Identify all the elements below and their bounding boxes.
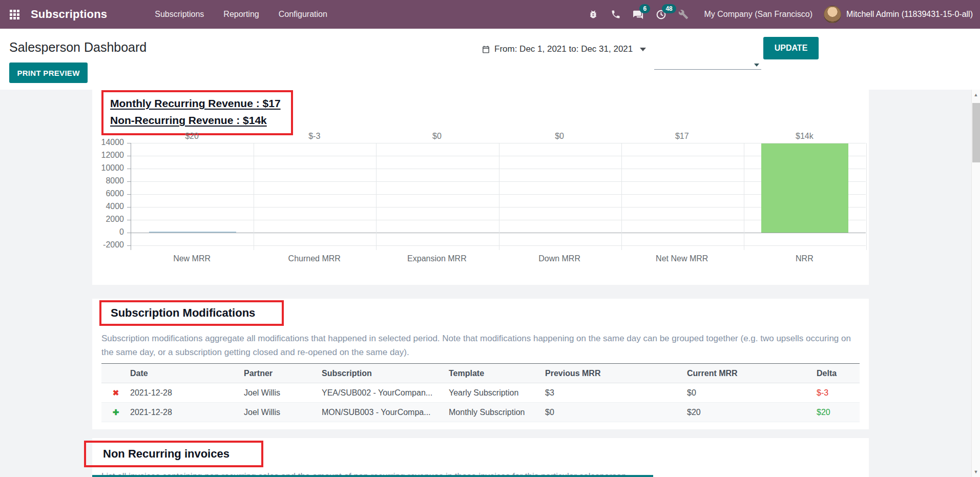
mrr-chart-card: Monthly Recurring Revenue : $17 Non-Recu… [92,90,869,285]
col-header-icon [101,364,130,383]
page-title: Salesperson Dashboard [9,40,147,55]
column-divider [866,143,867,250]
bar-nrr[interactable] [761,143,848,233]
user-menu[interactable]: Mitchell Admin (11839431-15-0-all) [846,10,973,19]
subscription-modifications-description: Subscription modifications aggregate all… [101,331,857,359]
scroll-up-arrow-icon[interactable]: ▲ [972,92,980,97]
y-axis-tickmark [127,194,131,195]
cell-subscription: YEA/SUB002 - YourCompan... [322,383,449,403]
x-axis-label: New MRR [131,254,253,263]
top-navbar: Subscriptions SubscriptionsReportingConf… [0,0,980,29]
y-axis-tickmark [127,181,131,182]
bar-new-mrr[interactable] [149,232,236,233]
bar-value-label: $20 [131,132,253,141]
cell-subscription: MON/SUB003 - YourCompa... [322,403,449,422]
cell-date: 2021-12-28 [130,403,244,422]
cell-icon: ✖ [101,383,130,403]
x-axis-label: Expansion MRR [376,254,498,263]
cell-current_mrr: $20 [687,403,817,422]
column-divider [744,143,744,250]
app-brand[interactable]: Subscriptions [31,8,107,21]
col-header-previous-mrr: Previous MRR [545,364,687,383]
table-row: ✖2021-12-28Joel WillisYEA/SUB002 - YourC… [101,383,860,403]
activities-clock-icon[interactable]: 48 [650,0,672,29]
vertical-scrollbar[interactable]: ▲ ▼ [971,90,980,477]
navbar-menu-configuration[interactable]: Configuration [269,0,337,29]
tools-icon[interactable] [672,0,695,29]
bar-value-label: $0 [498,132,621,141]
col-header-partner: Partner [244,364,322,383]
navbar-systray: 6 48 My Company (San Francisco) Mitchell… [582,0,980,29]
dashboard-content: Monthly Recurring Revenue : $17 Non-Recu… [0,90,971,477]
cell-template: Monthly Subscription [449,403,545,422]
mrr-bar-chart: 14000120001000080006000400020000-2000$20… [92,90,869,285]
print-preview-button[interactable]: PRINT PREVIEW [9,63,88,83]
modifications-table: DatePartnerSubscriptionTemplatePrevious … [101,363,860,422]
y-axis-tick-label: 12000 [92,151,124,160]
cell-delta: $20 [817,403,860,422]
calendar-icon [482,45,490,54]
y-axis-tick-label: 10000 [92,163,124,173]
navbar-menu-reporting[interactable]: Reporting [214,0,268,29]
bug-icon[interactable] [582,0,604,29]
control-panel: Salesperson Dashboard From: Dec 1, 2021 … [0,29,980,90]
apps-menu-icon[interactable] [0,0,29,29]
x-axis-label: NRR [743,254,866,263]
navbar-menu-subscriptions[interactable]: Subscriptions [145,0,214,29]
cell-previous_mrr: $0 [545,403,687,422]
screen: Subscriptions SubscriptionsReportingConf… [0,0,980,477]
y-axis-tickmark [127,156,131,156]
bar-value-label: $17 [621,132,743,141]
non-recurring-invoices-heading: Non Recurring invoices [103,447,230,461]
add-icon: ✚ [113,408,119,417]
cell-partner: Joel Willis [244,383,322,403]
company-switcher[interactable]: My Company (San Francisco) [704,10,812,19]
y-axis-tick-label: 14000 [92,138,124,147]
y-axis-tick-label: 8000 [92,176,124,185]
scroll-down-arrow-icon[interactable]: ▼ [972,469,980,474]
col-header-current-mrr: Current MRR [687,364,817,383]
messages-icon[interactable]: 6 [627,0,650,29]
date-range-filter[interactable]: From: Dec 1, 2021 to: Dec 31, 2021 [482,44,646,54]
y-axis-tickmark [127,220,131,220]
date-range-text: From: Dec 1, 2021 to: Dec 31, 2021 [494,44,633,54]
scrollbar-thumb[interactable] [972,103,980,162]
x-axis-label: Net New MRR [621,254,743,263]
y-axis-tick-label: 2000 [92,215,124,224]
non-recurring-invoices-card: Non Recurring invoices List all invoices… [92,438,869,477]
navbar-menus: SubscriptionsReportingConfiguration [145,0,337,29]
col-header-delta: Delta [817,364,860,383]
messages-badge: 6 [639,4,650,13]
col-header-template: Template [449,364,545,383]
col-header-subscription: Subscription [322,364,449,383]
y-axis-tickmark [127,207,131,208]
user-avatar[interactable] [824,6,841,23]
col-header-date: Date [130,364,244,383]
highlight-bar [92,475,653,477]
salesperson-select[interactable] [654,56,761,70]
cell-template: Yearly Subscription [449,383,545,403]
cell-previous_mrr: $3 [545,383,687,403]
x-axis-label: Churned MRR [253,254,376,263]
remove-icon: ✖ [113,388,119,397]
y-axis-tickmark [127,143,131,143]
annotation-box-non-recurring: Non Recurring invoices [84,441,263,467]
column-divider [376,143,377,250]
y-axis-tick-label: 6000 [92,189,124,198]
bar-value-label: $0 [376,132,498,141]
y-axis-tick-label: 0 [92,227,124,237]
table-row: ✚2021-12-28Joel WillisMON/SUB003 - YourC… [101,403,860,422]
column-divider [499,143,499,250]
y-axis-tickmark [127,169,131,169]
chart-plot-area [131,143,866,250]
subscription-modifications-card: Subscription Modifications Subscription … [92,299,869,429]
phone-icon[interactable] [604,0,627,29]
y-axis-tick-label: -2000 [92,240,124,250]
column-divider [621,143,622,250]
chevron-down-icon [640,48,646,51]
y-axis-tickmark [127,233,131,233]
table-header-row: DatePartnerSubscriptionTemplatePrevious … [101,364,860,383]
update-button[interactable]: UPDATE [763,37,819,59]
cell-date: 2021-12-28 [130,383,244,403]
cell-delta: $-3 [817,383,860,403]
